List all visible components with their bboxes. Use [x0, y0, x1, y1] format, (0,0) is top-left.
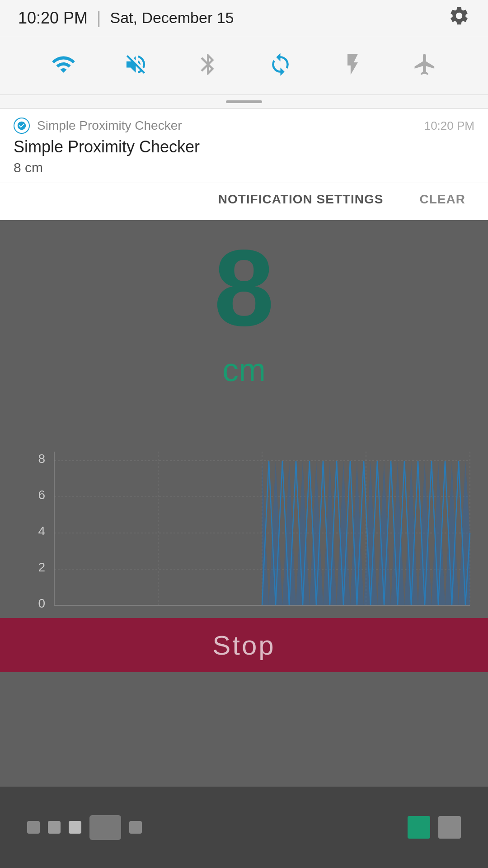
app-area: 8 cm 0 2 4 6 8 -20 0 2 — [0, 220, 488, 754]
quick-settings-bar — [0, 36, 488, 95]
airplane-mode-icon[interactable] — [413, 52, 437, 79]
status-time: 10:20 PM — [18, 9, 88, 28]
svg-text:8: 8 — [38, 452, 45, 466]
measurement-unit: cm — [222, 351, 266, 388]
notification-actions: NOTIFICATION SETTINGS CLEAR — [0, 183, 488, 220]
stop-button-label: Stop — [212, 630, 275, 661]
nav-dot-1 — [27, 821, 40, 834]
proximity-chart: 0 2 4 6 8 -20 0 20 — [9, 415, 479, 642]
notification-clear-button[interactable]: CLEAR — [411, 188, 474, 211]
svg-text:4: 4 — [38, 524, 45, 538]
gear-icon[interactable] — [448, 5, 470, 31]
notification-title: Simple Proximity Checker — [14, 137, 474, 156]
proximity-app-icon — [14, 118, 30, 134]
wifi-icon[interactable] — [51, 52, 76, 79]
measurement-value: 8 — [214, 234, 274, 342]
nav-square-gray — [438, 816, 461, 839]
nav-home-button[interactable] — [89, 815, 121, 840]
mute-icon[interactable] — [123, 52, 148, 79]
notification-settings-button[interactable]: NOTIFICATION SETTINGS — [209, 188, 393, 211]
svg-text:2: 2 — [38, 560, 45, 574]
chart-container: 0 2 4 6 8 -20 0 20 — [0, 415, 488, 643]
notification-card: Simple Proximity Checker 10:20 PM Simple… — [0, 108, 488, 220]
svg-text:0: 0 — [38, 596, 45, 610]
bluetooth-icon[interactable] — [196, 52, 221, 79]
status-bar: 10:20 PM | Sat, December 15 — [0, 0, 488, 36]
flashlight-icon[interactable] — [340, 52, 365, 79]
notification-time: 10:20 PM — [424, 119, 474, 133]
drag-handle-bar — [226, 100, 262, 103]
sync-icon[interactable] — [268, 52, 293, 79]
nav-dot-2 — [48, 821, 61, 834]
svg-text:6: 6 — [38, 488, 45, 502]
status-date: Sat, December 15 — [110, 9, 234, 27]
notification-subtitle: 8 cm — [14, 160, 474, 175]
notification-app-name: Simple Proximity Checker — [37, 118, 417, 133]
drag-handle[interactable] — [0, 95, 488, 108]
notification-content: Simple Proximity Checker 8 cm — [0, 137, 488, 183]
status-divider: | — [97, 9, 101, 28]
notification-header: Simple Proximity Checker 10:20 PM — [0, 108, 488, 137]
bottom-nav-right — [408, 816, 461, 839]
nav-dot-4 — [129, 821, 142, 834]
bottom-nav — [0, 787, 488, 868]
nav-square-green — [408, 816, 430, 839]
bottom-nav-left — [27, 815, 142, 840]
stop-button[interactable]: Stop — [0, 618, 488, 672]
status-bar-left: 10:20 PM | Sat, December 15 — [18, 9, 234, 28]
nav-dot-3 — [69, 821, 81, 834]
